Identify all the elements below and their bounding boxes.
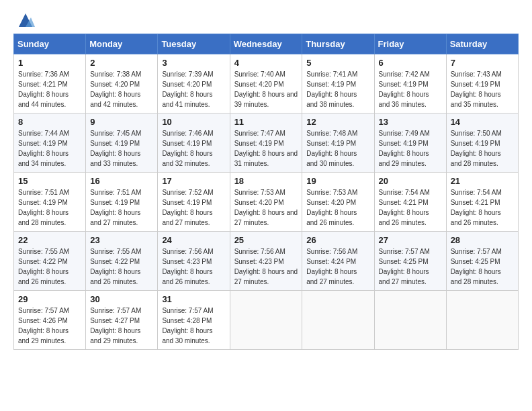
calendar-cell: 26Sunrise: 7:56 AMSunset: 4:24 PMDayligh… (302, 232, 374, 291)
calendar-cell: 24Sunrise: 7:56 AMSunset: 4:23 PMDayligh… (158, 232, 230, 291)
day-number: 28 (451, 235, 514, 245)
day-number: 10 (162, 117, 225, 127)
day-info: Sunrise: 7:54 AMSunset: 4:21 PMDaylight:… (379, 189, 430, 226)
calendar-cell: 10Sunrise: 7:46 AMSunset: 4:19 PMDayligh… (158, 113, 230, 173)
calendar-cell: 13Sunrise: 7:49 AMSunset: 4:19 PMDayligh… (374, 113, 446, 173)
day-info: Sunrise: 7:56 AMSunset: 4:23 PMDaylight:… (162, 248, 213, 285)
calendar-cell: 18Sunrise: 7:53 AMSunset: 4:20 PMDayligh… (230, 173, 302, 232)
calendar-cell: 5Sunrise: 7:41 AMSunset: 4:19 PMDaylight… (302, 54, 374, 113)
calendar-cell: 6Sunrise: 7:42 AMSunset: 4:19 PMDaylight… (374, 54, 446, 113)
day-info: Sunrise: 7:36 AMSunset: 4:21 PMDaylight:… (18, 71, 69, 108)
day-info: Sunrise: 7:38 AMSunset: 4:20 PMDaylight:… (90, 71, 141, 108)
calendar-cell: 4Sunrise: 7:40 AMSunset: 4:20 PMDaylight… (230, 54, 302, 113)
day-number: 5 (306, 58, 369, 68)
day-number: 2 (90, 58, 153, 68)
day-number: 14 (451, 117, 514, 127)
calendar-cell: 11Sunrise: 7:47 AMSunset: 4:19 PMDayligh… (230, 113, 302, 173)
day-info: Sunrise: 7:54 AMSunset: 4:21 PMDaylight:… (451, 189, 502, 226)
day-number: 15 (18, 176, 81, 186)
day-info: Sunrise: 7:51 AMSunset: 4:19 PMDaylight:… (18, 189, 69, 226)
calendar-cell: 25Sunrise: 7:56 AMSunset: 4:23 PMDayligh… (230, 232, 302, 291)
day-number: 12 (306, 117, 369, 127)
calendar-cell (230, 291, 302, 350)
day-number: 24 (162, 235, 225, 245)
calendar-cell: 3Sunrise: 7:39 AMSunset: 4:20 PMDaylight… (158, 54, 230, 113)
day-number: 9 (90, 117, 153, 127)
day-info: Sunrise: 7:55 AMSunset: 4:22 PMDaylight:… (90, 248, 141, 285)
weekday-header-monday: Monday (86, 34, 158, 54)
calendar-cell: 29Sunrise: 7:57 AMSunset: 4:26 PMDayligh… (14, 291, 86, 350)
weekday-header-friday: Friday (374, 34, 446, 54)
day-info: Sunrise: 7:45 AMSunset: 4:19 PMDaylight:… (90, 130, 141, 167)
page-header (13, 11, 519, 28)
calendar-cell (446, 291, 518, 350)
day-number: 16 (90, 176, 153, 186)
day-number: 21 (451, 176, 514, 186)
weekday-header-wednesday: Wednesday (230, 34, 302, 54)
weekday-header-thursday: Thursday (302, 34, 374, 54)
calendar-cell: 23Sunrise: 7:55 AMSunset: 4:22 PMDayligh… (86, 232, 158, 291)
calendar-cell: 9Sunrise: 7:45 AMSunset: 4:19 PMDaylight… (86, 113, 158, 173)
day-info: Sunrise: 7:55 AMSunset: 4:22 PMDaylight:… (18, 248, 69, 285)
calendar-cell: 28Sunrise: 7:57 AMSunset: 4:25 PMDayligh… (446, 232, 518, 291)
calendar-cell: 17Sunrise: 7:52 AMSunset: 4:19 PMDayligh… (158, 173, 230, 232)
day-number: 29 (18, 294, 81, 304)
day-info: Sunrise: 7:57 AMSunset: 4:25 PMDaylight:… (379, 248, 430, 285)
day-info: Sunrise: 7:57 AMSunset: 4:25 PMDaylight:… (451, 248, 502, 285)
day-number: 25 (234, 235, 298, 245)
day-number: 7 (451, 58, 514, 68)
day-info: Sunrise: 7:43 AMSunset: 4:19 PMDaylight:… (451, 71, 502, 108)
day-info: Sunrise: 7:50 AMSunset: 4:19 PMDaylight:… (451, 130, 502, 167)
day-info: Sunrise: 7:40 AMSunset: 4:20 PMDaylight:… (234, 71, 298, 108)
calendar-cell: 15Sunrise: 7:51 AMSunset: 4:19 PMDayligh… (14, 173, 86, 232)
day-info: Sunrise: 7:51 AMSunset: 4:19 PMDaylight:… (90, 189, 141, 226)
calendar-cell: 16Sunrise: 7:51 AMSunset: 4:19 PMDayligh… (86, 173, 158, 232)
day-number: 27 (379, 235, 442, 245)
day-info: Sunrise: 7:57 AMSunset: 4:26 PMDaylight:… (18, 307, 69, 345)
calendar-cell: 7Sunrise: 7:43 AMSunset: 4:19 PMDaylight… (446, 54, 518, 113)
day-number: 18 (234, 176, 298, 186)
day-number: 6 (379, 58, 442, 68)
day-info: Sunrise: 7:48 AMSunset: 4:19 PMDaylight:… (306, 130, 357, 167)
calendar-cell: 20Sunrise: 7:54 AMSunset: 4:21 PMDayligh… (374, 173, 446, 232)
logo (13, 11, 35, 28)
calendar-cell: 14Sunrise: 7:50 AMSunset: 4:19 PMDayligh… (446, 113, 518, 173)
calendar-cell (302, 291, 374, 350)
day-number: 11 (234, 117, 298, 127)
day-number: 17 (162, 176, 225, 186)
calendar-cell: 21Sunrise: 7:54 AMSunset: 4:21 PMDayligh… (446, 173, 518, 232)
day-number: 3 (162, 58, 225, 68)
day-number: 23 (90, 235, 153, 245)
day-number: 31 (162, 294, 225, 304)
day-info: Sunrise: 7:56 AMSunset: 4:24 PMDaylight:… (306, 248, 357, 285)
day-info: Sunrise: 7:49 AMSunset: 4:19 PMDaylight:… (379, 130, 430, 167)
calendar-table: SundayMondayTuesdayWednesdayThursdayFrid… (13, 34, 519, 350)
calendar-cell: 22Sunrise: 7:55 AMSunset: 4:22 PMDayligh… (14, 232, 86, 291)
day-number: 4 (234, 58, 298, 68)
day-number: 19 (306, 176, 369, 186)
day-info: Sunrise: 7:53 AMSunset: 4:20 PMDaylight:… (306, 189, 357, 226)
weekday-header-sunday: Sunday (14, 34, 86, 54)
day-info: Sunrise: 7:57 AMSunset: 4:27 PMDaylight:… (90, 307, 141, 345)
calendar-cell: 19Sunrise: 7:53 AMSunset: 4:20 PMDayligh… (302, 173, 374, 232)
day-info: Sunrise: 7:56 AMSunset: 4:23 PMDaylight:… (234, 248, 298, 285)
calendar-cell: 31Sunrise: 7:57 AMSunset: 4:28 PMDayligh… (158, 291, 230, 350)
day-info: Sunrise: 7:52 AMSunset: 4:19 PMDaylight:… (162, 189, 213, 226)
day-info: Sunrise: 7:44 AMSunset: 4:19 PMDaylight:… (18, 130, 69, 167)
logo-icon (16, 11, 35, 30)
day-info: Sunrise: 7:42 AMSunset: 4:19 PMDaylight:… (379, 71, 430, 108)
day-info: Sunrise: 7:46 AMSunset: 4:19 PMDaylight:… (162, 130, 213, 167)
weekday-header-saturday: Saturday (446, 34, 518, 54)
calendar-cell: 12Sunrise: 7:48 AMSunset: 4:19 PMDayligh… (302, 113, 374, 173)
day-info: Sunrise: 7:41 AMSunset: 4:19 PMDaylight:… (306, 71, 357, 108)
day-info: Sunrise: 7:57 AMSunset: 4:28 PMDaylight:… (162, 307, 213, 345)
day-number: 1 (18, 58, 81, 68)
calendar-cell (374, 291, 446, 350)
weekday-header-tuesday: Tuesday (158, 34, 230, 54)
calendar-header: SundayMondayTuesdayWednesdayThursdayFrid… (14, 34, 519, 54)
day-number: 20 (379, 176, 442, 186)
calendar-cell: 2Sunrise: 7:38 AMSunset: 4:20 PMDaylight… (86, 54, 158, 113)
day-number: 26 (306, 235, 369, 245)
day-number: 13 (379, 117, 442, 127)
calendar-cell: 27Sunrise: 7:57 AMSunset: 4:25 PMDayligh… (374, 232, 446, 291)
